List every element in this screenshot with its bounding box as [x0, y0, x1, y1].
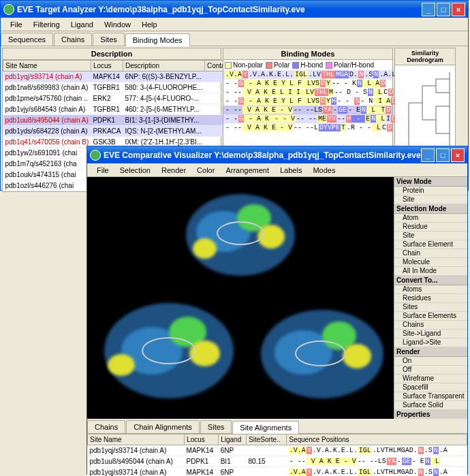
- side-item-residue[interactable]: Residue: [394, 223, 467, 232]
- dendrogram-header: Similarity Dendrogram: [395, 48, 455, 65]
- tab-chain-alignments[interactable]: Chain Alignments: [126, 420, 200, 433]
- table-row[interactable]: pdb1yqj/s93714 (chain A)MAPK146NP.V.AY.V…: [88, 445, 467, 456]
- side-section: View Mode: [394, 177, 467, 187]
- legend-item: Non-polar: [225, 61, 263, 69]
- sequence-row: - -- V A K E - V-- --LSYA-GE- EN L TD: [223, 106, 392, 114]
- sequence-row: - -G - A K E Y L F LVSDYH- - S- N I AD: [223, 97, 392, 106]
- side-item-off[interactable]: Off: [394, 366, 467, 375]
- menu-render[interactable]: Render: [156, 165, 191, 176]
- site-alignments-table[interactable]: Site NameLocusLigandSiteSorte..Sequence …: [87, 434, 467, 476]
- 3d-viewer[interactable]: [87, 177, 394, 419]
- sequence-row: - -- V A K E - V-- --LDYVPET.R - - LCD: [223, 123, 392, 132]
- side-item-surface-transparent[interactable]: Surface Transparent: [394, 392, 467, 401]
- side-item-protein[interactable]: Protein: [394, 187, 467, 195]
- sequence-row: - -G - A K E Y L F LVSDY-- - KN L AD: [223, 79, 392, 88]
- viz-titlebar[interactable]: EVE Comparative Visualizer Y:\demo\p38al…: [87, 146, 467, 163]
- side-item-molecule[interactable]: Molecule: [394, 258, 467, 267]
- menu-file[interactable]: File: [5, 19, 28, 30]
- side-item-surface-elements[interactable]: Surface Elements: [394, 312, 467, 321]
- col-header[interactable]: Locus: [185, 434, 219, 445]
- app-icon: [3, 4, 14, 15]
- side-item-surface-element[interactable]: Surface Element: [394, 240, 467, 249]
- menu-file[interactable]: File: [91, 165, 114, 176]
- minimize-button[interactable]: _: [422, 3, 435, 16]
- menu-modes[interactable]: Modes: [307, 165, 341, 176]
- tab-sites[interactable]: Sites: [200, 420, 232, 433]
- tab-binding-modes[interactable]: Binding Modes: [125, 33, 190, 46]
- sequence-row: - -G - A K - - V-- --MEYV--H - EN LID: [223, 114, 392, 123]
- side-item-chain[interactable]: Chain: [394, 249, 467, 258]
- close-button[interactable]: ×: [452, 3, 465, 16]
- side-item-atom[interactable]: Atom: [394, 214, 467, 223]
- side-section: Selection Mode: [394, 204, 467, 214]
- menu-selection[interactable]: Selection: [114, 165, 156, 176]
- legend-item: Polar/H-bond: [326, 61, 374, 69]
- sequence-rows: .V.AY.V.A.K.E.L.IGL.LVTHLMGAD.N.SN.A.LD-…: [223, 70, 392, 132]
- sequence-row: .V.AY.V.A.K.E.L.IGL.LVTHLMGAD.N.SN.A.LD: [223, 70, 392, 79]
- col-header[interactable]: Description: [123, 61, 205, 72]
- side-menu[interactable]: View ModeProteinSiteSelection ModeAtomRe…: [394, 177, 467, 419]
- menu-help[interactable]: Help: [136, 19, 163, 30]
- side-item-sites[interactable]: Sites: [394, 303, 467, 312]
- viz-tabbar[interactable]: ChainsChain AlignmentsSitesSite Alignmen…: [87, 419, 467, 434]
- sequence-row: - -- V A K E L I I LVTHLM-- D - SN LCD: [223, 88, 392, 97]
- viz-menubar[interactable]: FileSelectionRenderColorArrangementLabel…: [87, 163, 467, 177]
- side-item-site-ligand[interactable]: Site->Ligand: [394, 330, 467, 338]
- side-item-chains[interactable]: Chains: [394, 321, 467, 330]
- menu-color[interactable]: Color: [191, 165, 220, 176]
- description-header: Description: [3, 48, 221, 60]
- main-title: EVE Target Analyzer Y:\demo\p38alpha_pdb…: [17, 5, 422, 14]
- app-icon: [90, 150, 101, 161]
- side-item-all-in-mode[interactable]: All In Mode: [394, 267, 467, 276]
- col-header[interactable]: Ligand: [219, 434, 247, 445]
- side-item-site[interactable]: Site: [394, 232, 467, 240]
- side-item-on[interactable]: On: [394, 357, 467, 366]
- tab-chains[interactable]: Chains: [54, 33, 92, 46]
- tab-sites[interactable]: Sites: [93, 33, 124, 46]
- side-item-residues[interactable]: Residues: [394, 294, 467, 303]
- table-row[interactable]: pdb1uu8/s495044 (chain A)PDPK1BI180.15- …: [88, 456, 467, 467]
- maximize-button[interactable]: □: [436, 148, 450, 162]
- menu-window[interactable]: Window: [99, 19, 136, 30]
- main-menubar[interactable]: FileFilteringLigandWindowHelp: [1, 18, 468, 31]
- tab-site-alignments[interactable]: Site Alignments: [232, 421, 299, 434]
- menu-arrangement[interactable]: Arrangement: [220, 165, 275, 176]
- viz-title: EVE Comparative Visualizer Y:\demo\p38al…: [104, 150, 421, 160]
- minimize-button[interactable]: _: [421, 148, 435, 162]
- col-header[interactable]: SiteSorte..: [247, 434, 287, 445]
- main-tabbar[interactable]: SequencesChainsSitesBinding Modes: [1, 31, 468, 46]
- menu-filtering[interactable]: Filtering: [28, 19, 65, 30]
- col-header[interactable]: Site Name: [88, 434, 185, 445]
- col-header[interactable]: Locus: [91, 61, 123, 72]
- visualizer-window: EVE Comparative Visualizer Y:\demo\p38al…: [87, 146, 468, 475]
- side-item-surface-solid[interactable]: Surface Solid: [394, 401, 467, 410]
- binding-modes-header: Binding Modes: [223, 48, 392, 60]
- side-section: Render: [394, 347, 467, 357]
- legend: Non-polarPolarH-bondPolar/H-bond: [223, 60, 392, 70]
- menu-ligand[interactable]: Ligand: [65, 19, 99, 30]
- side-section: Convert To...: [394, 276, 467, 285]
- side-item-site[interactable]: Site: [394, 195, 467, 204]
- col-header[interactable]: Sequence Positions: [287, 434, 467, 445]
- main-titlebar[interactable]: EVE Target Analyzer Y:\demo\p38alpha_pdb…: [1, 1, 468, 18]
- side-item-spacefill[interactable]: Spacefill: [394, 383, 467, 392]
- side-item-wireframe[interactable]: Wireframe: [394, 375, 467, 383]
- tab-chains[interactable]: Chains: [87, 420, 125, 433]
- side-section: Properties: [394, 410, 467, 419]
- table-row[interactable]: pdb1yqj/s93714 (chain A)MAPK146NP.V.AY.V…: [88, 467, 467, 477]
- side-item-atoms[interactable]: Atoms: [394, 285, 467, 294]
- tab-sequences[interactable]: Sequences: [1, 33, 53, 46]
- close-button[interactable]: ×: [451, 148, 465, 162]
- legend-item: Polar: [266, 61, 289, 69]
- col-header[interactable]: Site Name: [3, 61, 91, 72]
- maximize-button[interactable]: □: [437, 3, 450, 16]
- menu-labels[interactable]: Labels: [275, 165, 307, 176]
- legend-item: H-bond: [292, 61, 323, 69]
- side-item-ligand-site[interactable]: Ligand->Site: [394, 338, 467, 347]
